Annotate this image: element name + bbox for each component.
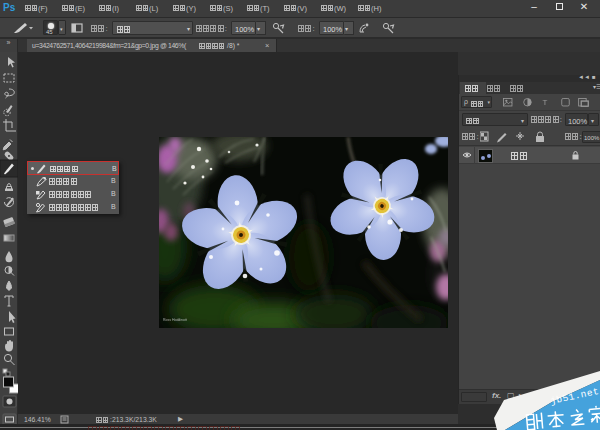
svg-text:T: T (542, 98, 547, 107)
svg-text:Ross Hoddinott: Ross Hoddinott (163, 318, 187, 322)
